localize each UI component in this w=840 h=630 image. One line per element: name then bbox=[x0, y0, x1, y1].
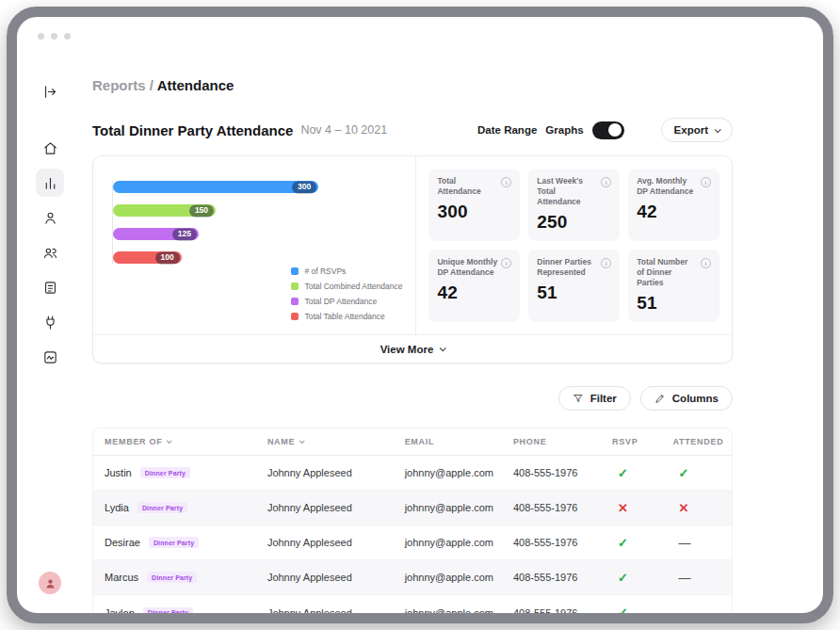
table-body: JustinDinner Party Johnny Appleseed john… bbox=[93, 456, 732, 613]
page-title: Total Dinner Party Attendance bbox=[92, 122, 293, 138]
graphs-toggle[interactable] bbox=[592, 121, 624, 139]
table-row[interactable]: DesiraeDinner Party Johnny Appleseed joh… bbox=[93, 525, 732, 560]
info-icon[interactable] bbox=[701, 258, 711, 268]
stat-card: Last Week's Total Attendance 250 bbox=[528, 169, 620, 241]
member-badge: Dinner Party bbox=[140, 467, 190, 478]
attended-status-icon bbox=[661, 501, 732, 515]
legend-swatch bbox=[291, 313, 299, 320]
member-name: Marcus bbox=[105, 572, 138, 583]
stat-value: 51 bbox=[537, 283, 611, 303]
column-header-attended[interactable]: Attended bbox=[661, 437, 732, 446]
home-icon[interactable] bbox=[36, 134, 64, 162]
breadcrumb-section[interactable]: Reports bbox=[92, 77, 146, 93]
bar-chart-icon[interactable] bbox=[36, 169, 64, 197]
rsvp-status-icon bbox=[601, 606, 661, 613]
bar-value-label: 125 bbox=[172, 228, 197, 240]
legend-label: Total Table Attendance bbox=[304, 312, 384, 321]
rsvp-status-icon bbox=[601, 466, 661, 480]
legend-label: # of RSVPs bbox=[304, 267, 346, 276]
report-header: Total Dinner Party Attendance Nov 4 – 10… bbox=[92, 118, 733, 142]
profile-icon[interactable] bbox=[36, 203, 64, 232]
stat-value: 51 bbox=[637, 293, 711, 314]
member-name: Desirae bbox=[105, 537, 140, 548]
info-icon[interactable] bbox=[501, 258, 511, 268]
info-icon[interactable] bbox=[701, 177, 711, 187]
table-header: Member of Name Email Phone RSVP Attended bbox=[93, 428, 732, 456]
stat-card: Dinner Parties Represented 51 bbox=[528, 250, 620, 322]
phone-cell: 408-555-1976 bbox=[502, 467, 601, 478]
chevron-down-icon bbox=[715, 126, 721, 133]
stat-label: Last Week's Total Attendance bbox=[537, 176, 597, 207]
chart-legend: # of RSVPs Total Combined Attendance Tot… bbox=[291, 267, 402, 321]
header-label: Phone bbox=[513, 437, 547, 446]
list-icon[interactable] bbox=[36, 273, 64, 301]
info-icon[interactable] bbox=[601, 258, 611, 268]
email-cell: johnny@apple.com bbox=[394, 537, 502, 548]
attended-status-icon bbox=[661, 466, 732, 480]
legend-item: Total Combined Attendance bbox=[291, 282, 402, 291]
user-avatar[interactable] bbox=[39, 572, 61, 594]
window-titlebar bbox=[17, 17, 823, 55]
column-header-name[interactable]: Name bbox=[256, 437, 394, 446]
toggle-right-label[interactable]: Graphs bbox=[545, 124, 583, 136]
bar-combined-attendance: 150 bbox=[113, 204, 216, 217]
member-name: Lydia bbox=[105, 502, 129, 513]
name-cell: Johnny Appleseed bbox=[256, 537, 394, 548]
name-cell: Johnny Appleseed bbox=[256, 572, 394, 583]
info-icon[interactable] bbox=[501, 177, 511, 187]
view-controls: Date Range Graphs Export bbox=[477, 118, 733, 142]
column-header-email[interactable]: Email bbox=[394, 437, 502, 446]
rsvp-status-icon bbox=[601, 501, 661, 515]
email-cell: johnny@apple.com bbox=[394, 502, 502, 513]
toggle-left-label[interactable]: Date Range bbox=[477, 124, 537, 136]
member-badge: Dinner Party bbox=[143, 607, 193, 613]
activity-icon[interactable] bbox=[36, 343, 64, 371]
sort-chevron-icon bbox=[299, 439, 305, 444]
sort-chevron-icon bbox=[167, 439, 172, 444]
stat-label: Total Number of Dinner Parties bbox=[637, 257, 697, 288]
bar-value-label: 150 bbox=[189, 204, 214, 217]
plugin-icon[interactable] bbox=[36, 308, 64, 336]
stat-card: Total Number of Dinner Parties 51 bbox=[628, 250, 719, 322]
table-row[interactable]: JustinDinner Party Johnny Appleseed john… bbox=[93, 456, 732, 491]
window-control-dot[interactable] bbox=[38, 33, 44, 40]
export-button[interactable]: Export bbox=[661, 118, 733, 142]
table-row[interactable]: LydiaDinner Party Johnny Appleseed johnn… bbox=[93, 491, 732, 525]
info-icon[interactable] bbox=[601, 177, 611, 187]
collapse-panel-icon[interactable] bbox=[36, 77, 64, 105]
window-control-dot[interactable] bbox=[51, 33, 57, 40]
bar-rsvps: 300 bbox=[113, 181, 318, 193]
bar-table-attendance: 100 bbox=[113, 251, 182, 264]
column-header-rsvp[interactable]: RSVP bbox=[601, 437, 661, 446]
rsvp-status-icon bbox=[601, 536, 661, 550]
stat-value: 300 bbox=[437, 202, 511, 222]
rsvp-status-icon bbox=[601, 571, 661, 585]
stat-label: Total Attendance bbox=[437, 176, 497, 197]
attended-status-icon bbox=[661, 571, 732, 585]
header-label: RSVP bbox=[612, 437, 638, 446]
legend-label: Total Combined Attendance bbox=[304, 282, 402, 291]
name-cell: Johnny Appleseed bbox=[256, 502, 394, 513]
legend-item: Total DP Attendance bbox=[291, 297, 402, 306]
table-toolbar: Filter Columns bbox=[92, 386, 733, 411]
legend-item: # of RSVPs bbox=[291, 267, 402, 276]
legend-item: Total Table Attendance bbox=[291, 312, 402, 321]
pencil-icon bbox=[654, 393, 666, 404]
phone-cell: 408-555-1976 bbox=[502, 537, 601, 548]
table-row[interactable]: JaylonDinner Party Johnny Appleseed john… bbox=[93, 595, 732, 613]
stat-label: Dinner Parties Represented bbox=[537, 257, 597, 278]
column-header-phone[interactable]: Phone bbox=[502, 437, 601, 446]
member-badge: Dinner Party bbox=[147, 572, 197, 583]
table-row[interactable]: MarcusDinner Party Johnny Appleseed john… bbox=[93, 560, 732, 595]
breadcrumb-page: Attendance bbox=[157, 77, 234, 93]
member-name: Justin bbox=[105, 467, 132, 478]
stat-value: 250 bbox=[537, 212, 611, 233]
filter-button[interactable]: Filter bbox=[558, 386, 631, 411]
stat-label: Avg. Monthly DP Attendance bbox=[637, 176, 697, 197]
member-name: Jaylon bbox=[105, 607, 135, 613]
view-more-button[interactable]: View More bbox=[93, 334, 732, 363]
community-icon[interactable] bbox=[36, 238, 64, 267]
window-control-dot[interactable] bbox=[64, 33, 71, 40]
columns-button[interactable]: Columns bbox=[640, 386, 733, 411]
column-header-member-of[interactable]: Member of bbox=[93, 437, 256, 446]
